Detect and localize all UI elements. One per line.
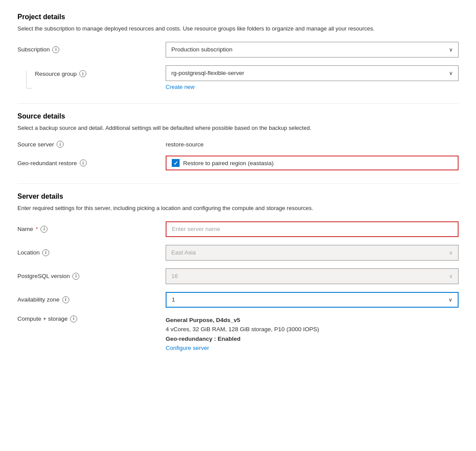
subscription-control: Production subscription ∨	[166, 42, 459, 58]
resource-group-bracket	[26, 71, 32, 88]
availability-zone-label: Availability zone	[17, 296, 60, 303]
location-row: Location i East Asia ∨	[17, 245, 459, 261]
name-row: Name * i	[17, 221, 459, 237]
source-server-label: Source server	[17, 141, 54, 148]
postgresql-version-chevron-icon: ∨	[449, 273, 453, 279]
geo-redundant-info-icon[interactable]: i	[80, 159, 87, 166]
geo-redundant-label-col: Geo-redundant restore i	[17, 159, 166, 166]
subscription-row: Subscription i Production subscription ∨	[17, 42, 459, 58]
availability-zone-dropdown[interactable]: 1 ∨	[166, 292, 459, 308]
postgresql-version-control: 16 ∨	[166, 268, 459, 284]
source-server-info-icon[interactable]: i	[57, 141, 64, 148]
compute-storage-specs: 4 vCores, 32 GiB RAM, 128 GiB storage, P…	[166, 325, 459, 334]
compute-storage-tier: General Purpose, D4ds_v5	[166, 315, 459, 325]
create-new-link[interactable]: Create new	[166, 84, 194, 90]
server-details-title: Server details	[17, 193, 459, 200]
subscription-info-icon[interactable]: i	[52, 46, 59, 53]
name-input[interactable]	[166, 221, 459, 237]
configure-server-link[interactable]: Configure server	[166, 345, 209, 351]
subscription-dropdown[interactable]: Production subscription ∨	[166, 42, 459, 58]
resource-group-dropdown[interactable]: rg-postgresql-flexible-server ∨	[166, 65, 459, 81]
resource-group-row: Resource group i rg-postgresql-flexible-…	[17, 65, 459, 90]
geo-redundant-label: Geo-redundant restore	[17, 160, 77, 166]
project-details-section: Project details Select the subscription …	[17, 13, 459, 90]
project-details-title: Project details	[17, 13, 459, 21]
resource-group-control: rg-postgresql-flexible-server ∨ Create n…	[166, 65, 459, 90]
divider-1	[17, 103, 459, 104]
resource-group-label: Resource group	[35, 71, 77, 77]
location-dropdown: East Asia ∨	[166, 245, 459, 261]
source-server-row: Source server i restore-source	[17, 141, 459, 148]
subscription-label-col: Subscription i	[17, 46, 166, 53]
geo-redundant-checkbox-label: Restore to paired region (eastasia)	[183, 160, 274, 166]
availability-zone-value: 1	[172, 296, 175, 303]
availability-zone-row: Availability zone i 1 ∨	[17, 292, 459, 308]
postgresql-version-row: PostgreSQL version i 16 ∨	[17, 268, 459, 284]
geo-redundant-checkbox[interactable]: ✓	[172, 159, 180, 167]
name-required-indicator: *	[36, 226, 38, 232]
compute-storage-geo-redundancy: Geo-redundancy : Enabled	[166, 334, 459, 344]
resource-group-label-col: Resource group i	[35, 67, 86, 77]
compute-storage-row: Compute + storage i General Purpose, D4d…	[17, 315, 459, 353]
subscription-label: Subscription	[17, 46, 50, 53]
resource-group-chevron-icon: ∨	[449, 70, 453, 76]
source-details-title: Source details	[17, 112, 459, 120]
compute-storage-label-col: Compute + storage i	[17, 315, 166, 322]
postgresql-version-info-icon[interactable]: i	[72, 273, 79, 280]
source-server-label-col: Source server i	[17, 141, 166, 148]
location-label: Location	[17, 249, 40, 256]
location-label-col: Location i	[17, 249, 166, 256]
subscription-value: Production subscription	[171, 46, 232, 53]
location-value: East Asia	[171, 249, 196, 256]
compute-storage-info-icon[interactable]: i	[70, 315, 77, 322]
name-control	[166, 221, 459, 237]
name-label: Name	[17, 226, 33, 232]
postgresql-version-label: PostgreSQL version	[17, 273, 70, 279]
compute-storage-label: Compute + storage	[17, 315, 68, 322]
availability-zone-chevron-icon: ∨	[449, 297, 452, 303]
availability-zone-label-col: Availability zone i	[17, 296, 166, 303]
subscription-chevron-icon: ∨	[449, 47, 453, 53]
server-details-description: Enter required settings for this server,…	[17, 204, 459, 213]
compute-storage-value: General Purpose, D4ds_v5 4 vCores, 32 Gi…	[166, 315, 459, 353]
checkmark-icon: ✓	[173, 160, 178, 166]
compute-storage-control: General Purpose, D4ds_v5 4 vCores, 32 Gi…	[166, 315, 459, 353]
geo-redundant-checkbox-wrapper[interactable]: ✓ Restore to paired region (eastasia)	[166, 156, 459, 170]
postgresql-version-label-col: PostgreSQL version i	[17, 273, 166, 280]
source-details-description: Select a backup source and detail. Addit…	[17, 124, 459, 132]
divider-2	[17, 183, 459, 184]
location-control: East Asia ∨	[166, 245, 459, 261]
source-details-section: Source details Select a backup source an…	[17, 112, 459, 171]
geo-redundant-control: ✓ Restore to paired region (eastasia)	[166, 156, 459, 170]
geo-redundant-row: Geo-redundant restore i ✓ Restore to pai…	[17, 156, 459, 170]
source-server-control: restore-source	[166, 141, 459, 148]
location-info-icon[interactable]: i	[42, 249, 49, 256]
postgresql-version-dropdown: 16 ∨	[166, 268, 459, 284]
resource-group-value: rg-postgresql-flexible-server	[171, 70, 244, 76]
resource-group-indent: Resource group i	[17, 67, 166, 88]
resource-group-info-icon[interactable]: i	[79, 70, 86, 77]
location-chevron-icon: ∨	[449, 250, 453, 256]
project-details-description: Select the subscription to manage deploy…	[17, 24, 459, 33]
server-details-section: Server details Enter required settings f…	[17, 193, 459, 353]
availability-zone-info-icon[interactable]: i	[62, 296, 69, 303]
availability-zone-control: 1 ∨	[166, 292, 459, 308]
name-label-col: Name * i	[17, 226, 166, 233]
source-server-value: restore-source	[166, 141, 204, 148]
name-info-icon[interactable]: i	[41, 226, 48, 233]
postgresql-version-value: 16	[171, 273, 178, 279]
